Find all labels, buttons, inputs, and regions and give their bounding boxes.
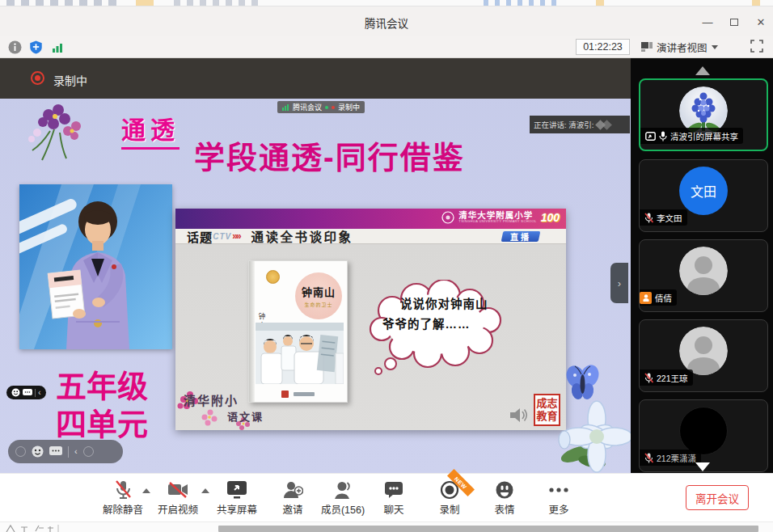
info-icon[interactable] — [8, 40, 22, 54]
fullscreen-icon[interactable] — [750, 40, 763, 53]
more-button[interactable]: 更多 — [530, 479, 587, 517]
participant-tile[interactable]: 221王琼 — [639, 319, 768, 392]
leave-meeting-button[interactable]: 离开会议 — [686, 485, 749, 510]
footer-school: 清华附小 — [184, 391, 239, 408]
background-taskbar — [218, 526, 758, 532]
chat-bubble-icon[interactable] — [23, 389, 32, 397]
participant-tile[interactable]: 倩倩 — [639, 239, 768, 312]
collapse-left-icon[interactable]: ‹ — [38, 388, 41, 397]
mic-muted-icon — [644, 213, 653, 223]
participant-name: 李文田 — [657, 212, 682, 224]
mic-on-icon — [659, 131, 667, 141]
share-screen-button[interactable]: 共享屏幕 — [209, 479, 265, 517]
chat-icon — [384, 481, 403, 499]
participant-tile[interactable]: 212栗潇潇 — [639, 399, 768, 472]
background-app-strip-top — [0, 0, 773, 6]
clipped-glyphs — [3, 524, 76, 532]
screen-share-icon — [645, 132, 656, 141]
app-window: 腾讯会议 — ✕ 01:22:23 演讲者视图 录制中 — [0, 0, 773, 532]
participant-name-pill: 李文田 — [640, 209, 687, 226]
avatar-text: 文田 — [691, 181, 716, 201]
network-signal-icon[interactable] — [51, 40, 65, 54]
red-dot-icon — [332, 106, 335, 109]
emoji-icon — [495, 480, 514, 500]
recording-label: 录制中 — [53, 72, 87, 88]
view-mode-selector[interactable]: 演讲者视图 — [641, 39, 718, 55]
meeting-timer: 01:22:23 — [576, 39, 630, 55]
book-spine — [249, 261, 255, 402]
participant-name-pill: 清波引的屏幕共享 — [640, 128, 743, 144]
collapse-left-icon[interactable]: ‹ — [74, 447, 78, 456]
record-dot-icon — [31, 71, 44, 85]
chat-bubble-icon[interactable] — [49, 446, 62, 457]
start-video-button[interactable]: 开启视频 — [150, 479, 206, 517]
sidebar-collapse-handle[interactable]: › — [610, 263, 628, 303]
minimize-button[interactable]: — — [697, 13, 718, 31]
meeting-pill-overlay: 腾讯会议 录制中 — [277, 101, 365, 113]
members-icon — [333, 480, 353, 500]
emoji-button[interactable]: 表情 — [476, 479, 533, 517]
book-cover: 钟南山 生命的卫士 钟南山 — [248, 260, 348, 403]
pill-app-name: 腾讯会议 — [293, 102, 322, 112]
avatar — [679, 247, 728, 295]
maximize-button[interactable] — [724, 13, 745, 31]
window-title: 腾讯会议 — [0, 15, 773, 31]
unmute-button[interactable]: 解除静音 — [95, 479, 151, 517]
scroll-up-icon[interactable] — [695, 66, 710, 75]
footer-course: 语文课 — [227, 408, 264, 424]
live-badge: 直播 — [501, 231, 541, 242]
invite-person-icon — [282, 480, 303, 500]
emoji-icon[interactable] — [11, 388, 20, 397]
chat-button[interactable]: 聊天 — [365, 479, 422, 517]
share-screen-icon — [226, 480, 247, 500]
bubble-text-line1: 说说你对钟南山 — [400, 294, 488, 311]
background-app-strip-bottom — [0, 521, 773, 532]
school-name-en: TSINGHUA UNIVERSITY PRIMARY SCHOOL — [458, 220, 536, 223]
participant-name-pill: 倩倩 — [640, 289, 677, 306]
voice-wave-icon — [602, 120, 613, 130]
window-titlebar: 腾讯会议 — ✕ — [0, 6, 773, 36]
participant-name: 清波引的屏幕共享 — [670, 130, 738, 142]
mic-muted-icon — [644, 373, 653, 383]
slide-top-band: 清华大学附属小学 TSINGHUA UNIVERSITY PRIMARY SCH… — [175, 209, 566, 229]
book-title: 钟南山 — [302, 284, 336, 299]
tool-ring-icon[interactable] — [83, 446, 94, 457]
participant-tile[interactable]: 文田 李文田 — [639, 159, 768, 232]
slide-header-title: 通读全书谈印象 — [251, 227, 353, 245]
emoji-icon[interactable] — [32, 445, 44, 458]
participant-tile[interactable]: 清波引的屏幕共享 — [639, 78, 768, 151]
mic-muted-icon — [113, 479, 133, 500]
scroll-down-icon[interactable] — [695, 462, 710, 471]
green-dot-icon — [325, 106, 328, 109]
recording-banner: 录制中 — [0, 58, 631, 99]
grade-caption-line2: 四单元 — [49, 399, 155, 444]
avatar — [679, 327, 728, 375]
security-shield-icon[interactable] — [29, 40, 43, 54]
annotation-toolbar[interactable]: ‹ — [8, 440, 123, 463]
reaction-mini-toolbar[interactable]: ‹ — [6, 386, 46, 399]
tool-ring-icon[interactable] — [15, 446, 26, 457]
teacher-video — [19, 184, 172, 349]
layout-icon — [641, 42, 653, 52]
speaking-banner: 正在讲话: 清波引: — [530, 116, 630, 133]
avatar — [679, 407, 728, 455]
participant-name-pill: 221王琼 — [640, 369, 693, 386]
slide-corner-tag: 通透 — [121, 110, 180, 150]
shared-screen-stage: 录制中 通透 学段通透-同行借鉴 腾讯会议 录制中 正在讲话: 清波引: — [0, 58, 631, 473]
speaker-icon — [509, 407, 528, 424]
divider — [35, 389, 36, 397]
logo-chevrons: »» — [232, 230, 239, 242]
lesson-slide: 清华大学附属小学 TSINGHUA UNIVERSITY PRIMARY SCH… — [175, 209, 566, 430]
mic-muted-icon — [644, 453, 653, 463]
book-title-circle: 钟南山 生命的卫士 — [295, 272, 342, 319]
maximize-icon — [730, 19, 738, 26]
person-badge-icon — [640, 292, 652, 304]
more-dots-icon — [548, 486, 569, 494]
topic-label: 话题 — [187, 228, 213, 245]
flower-bouquet-decoration — [18, 97, 95, 163]
signal-mini-icon — [282, 103, 289, 111]
record-button[interactable]: NEW 录制 — [421, 479, 478, 517]
participant-name: 212栗潇潇 — [657, 452, 696, 464]
close-button[interactable]: ✕ — [750, 13, 771, 31]
divider — [68, 446, 69, 458]
